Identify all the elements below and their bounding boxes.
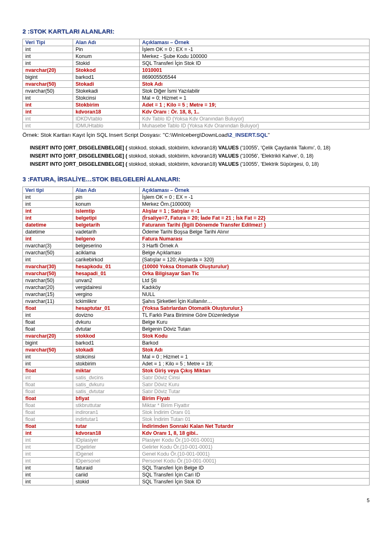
cell-desc: Stok Diğer İsmi Yazılabilir [140,88,370,95]
cell-desc: Belge Kuru [140,319,370,326]
cell-type: bigint [23,74,73,81]
cell-type: float [23,367,73,374]
cell-desc: Stok İndirim Oranı 01 [140,409,370,416]
cell-desc: Merkez Örn.{100000} [140,201,370,208]
table-row: datetimevadetarihÖdeme Tarihi Boşsa Belg… [23,229,370,236]
cell-desc: Satır Döviz Cinsi [140,374,370,381]
table-row: intstokcinsiMal = 0 ; Hizmet = 1 [23,354,370,360]
table-row: intIDplasiyerPlasiyer Kodu Ör.{10-001-00… [23,437,370,444]
section3-th-name: Alan Adı [73,187,140,194]
cell-name: islemtip [73,208,140,215]
cell-name: Konum [73,53,140,60]
table-row: intIDMUHtabloMuhasebe Tablo ID {Yoksa Kd… [23,122,370,129]
cell-name: miktar [73,367,140,374]
cell-name: vergino [73,291,140,298]
cell-desc: {İrsaliye=7, Fatura = 20; İade Fat = 21 … [140,215,370,222]
cell-desc: Adet = 1 ; Kilo = 5 ; Metre = 19; [140,102,370,109]
cell-name: pin [73,194,140,201]
table-row: nvarchar(50)StokekadiStok Diğer İsmi Yaz… [23,88,370,95]
section3-th-desc: Açıklaması – Örnek [140,187,370,194]
cell-name: Stokcinsi [73,95,140,102]
cell-desc: Satır Döviz Tutar [140,388,370,395]
cell-name: barkod1 [73,74,140,81]
sql-cols: stokkod, stokadi, stokbirim, kdvoran18) [127,161,218,167]
cell-desc: Fatura Numarası [140,236,370,243]
cell-name: konum [73,201,140,208]
cell-name: cariid [73,472,140,478]
sql-insert: INSERT INTO [ORT_DISGELENBELGE] [30,161,124,167]
sql-line: INSERT INTO [ORT_DISGELENBELGE] ( stokko… [30,160,370,168]
cell-name: stokbirim [73,360,140,367]
cell-name: Pin [73,46,140,53]
cell-desc: İşlem OK = 0 ; EX = -1 [140,194,370,201]
table-row: intpinİşlem OK = 0 ; EX = -1 [23,194,370,201]
cell-type: nvarchar(50) [23,347,73,354]
cell-desc: Miktar * Birim Fiyattır [140,402,370,409]
table-row: intstokidSQL Transferi İçin Stok ID [23,478,370,485]
table-row: intkdvoran18Kdv Oranı : Ör. 18, 8, 1.. [23,109,370,116]
table-row: nvarchar(50)unvan2Ltd Şti [23,277,370,284]
cell-type: bigint [23,340,73,347]
cell-desc: Gelirler Kodu Ör.{10-001-0001} [140,444,370,451]
table-row: nvarchar(11)tckimliknrŞahıs Şirketleri İ… [23,298,370,305]
table-row: intIDgenelGenel Kodu Ör.{10-001-0001} [23,451,370,458]
cell-name: carikebirkod [73,256,140,263]
table-row: intfaturaidSQL Transferi İçin Belge ID [23,465,370,472]
cell-desc: Stok Adı [140,347,370,354]
table-row: floatbfiyatBirim Fiyatı [23,395,370,402]
example-prefix: Örnek: Stok Kartları Kayıt İçin SQL Inse… [22,132,228,138]
cell-desc: 1010001 [140,67,370,74]
table-row: nvarchar(20)stokkodStok Kodu [23,333,370,340]
cell-type: int [23,472,73,478]
cell-name: IDgenel [73,451,140,458]
cell-desc: Ödeme Tarihi Boşsa Belge Tarihi Alınır [140,229,370,236]
cell-type: int [23,60,73,67]
cell-name: indirtutar1 [73,416,140,423]
cell-desc: SQL Transferi İçin Cari ID [140,472,370,478]
cell-type: float [23,305,73,312]
cell-type: int [23,360,73,367]
cell-type: int [23,208,73,215]
table-row: intdoviznoTL Farklı Para Birimine Göre D… [23,312,370,319]
cell-desc: SQL Transferi İçin Stok ID [140,60,370,67]
cell-name: vergidairesi [73,284,140,291]
table-row: floatindiroran1Stok İndirim Oranı 01 [23,409,370,416]
table-row: nvarchar(20)vergidairesiKadıköy [23,284,370,291]
cell-type: int [23,122,73,129]
table-row: floatstkbruttutarMiktar * Birim Fiyattır [23,402,370,409]
cell-type: float [23,381,73,388]
cell-name: IDKDVtablo [73,116,140,122]
sql-line: INSERT INTO [ORT_DISGELENBELGE] ( stokko… [30,152,370,160]
cell-name: IDgelirler [73,444,140,451]
cell-type: int [23,46,73,53]
cell-name: vadetarih [73,229,140,236]
cell-type: datetime [23,229,73,236]
table-row: nvarchar(20)Stokkod1010001 [23,67,370,74]
table-row: floatdvtutarBelgenin Döviz Tutarı [23,326,370,333]
section3-th-type: Veri tipi [23,187,73,194]
cell-desc: Barkod [140,340,370,347]
cell-name: belgetarih [73,222,140,229]
cell-desc: Personel Kodu Ör.{10-001-0001} [140,458,370,465]
cell-name: hesapkodu_01 [73,263,140,270]
example-suffix: " [268,132,270,138]
section3-heading: 3 :FATURA, İRSALİYE…STOK BELGELERİ ALANL… [22,176,370,182]
cell-desc: 869005505544 [140,74,370,81]
cell-name: stkbruttutar [73,402,140,409]
cell-name: tutar [73,423,140,430]
cell-name: faturaid [73,465,140,472]
sql-tail: ('10055', 'Çelik Çaydanlık Takımı', 0, 1… [239,145,331,151]
table-row: nvarchar(30)hesapkodu_01{10000 Yoksa Oto… [23,263,370,270]
cell-type: int [23,374,73,381]
table-row: floatdvkuruBelge Kuru [23,319,370,326]
cell-type: int [23,444,73,451]
cell-name: dvkuru [73,319,140,326]
table-row: nvarchar(50)StokadiStok Adı [23,81,370,88]
cell-desc: Satır Döviz Kuru [140,381,370,388]
sql-values: VALUES [218,161,239,167]
table-row: nvarchar(50)stokadiStok Adı [23,347,370,354]
table-row: bigintbarkod1869005505544 [23,74,370,81]
cell-type: nvarchar(50) [23,249,73,256]
table-row: intIDKDVtabloKdv Tablo ID {Yoksa Kdv Ora… [23,116,370,122]
cell-type: int [23,201,73,208]
